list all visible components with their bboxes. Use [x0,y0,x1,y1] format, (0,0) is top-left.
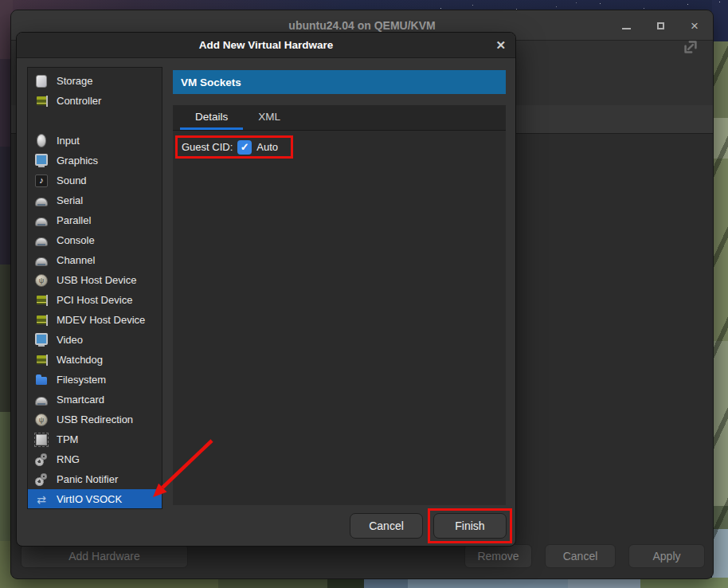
sidebar-item-label: USB Redirection [57,414,133,425]
sidebar-item-label: Parallel [57,214,91,226]
panel-header: VM Sockets [173,70,506,94]
sidebar-item-usb-host-device[interactable]: USB Host Device [28,270,162,290]
sidebar-item-label: Panic Notifier [57,473,118,485]
usb-icon [35,414,48,426]
gear-icon [35,473,48,486]
sidebar-item-label: PCI Host Device [57,294,132,306]
port-device-icon [35,214,48,227]
sidebar-item-label: RNG [57,453,80,465]
add-hardware-dialog: Add New Virtual Hardware ✕ StorageContro… [16,32,516,547]
sidebar-item-video[interactable]: Video [28,330,162,350]
gear-icon [35,453,48,466]
sidebar-item-label: Watchdog [57,354,103,366]
pci-card-icon [35,314,48,327]
sidebar-item-sound[interactable]: Sound [28,171,162,190]
port-device-icon [35,234,48,247]
mouse-icon [35,135,48,147]
sidebar-item-filesystem[interactable]: Filesystem [28,370,162,390]
sidebar-item-mdev-host-device[interactable]: MDEV Host Device [28,310,162,330]
sidebar-item-usb-redirection[interactable]: USB Redirection [28,410,162,429]
sidebar-item-label: Console [57,234,95,246]
port-device-icon [35,254,48,267]
monitor-icon [35,155,48,167]
disk-icon [35,75,48,88]
chip-icon [35,433,48,446]
sidebar-item-controller[interactable]: Controller [28,91,162,111]
sidebar-item-label: Channel [57,254,95,266]
vm-window-title: ubuntu24.04 on QEMU/KVM [288,19,435,32]
vsock-arrows-icon [35,493,48,506]
sidebar-item-channel[interactable]: Channel [28,250,162,270]
guest-cid-label: Guest CID: [182,141,233,153]
tab-details[interactable]: Details [180,105,243,130]
wallpaper-right-strip [712,0,728,588]
sidebar-item-parallel[interactable]: Parallel [28,210,162,230]
sidebar-item-label: Controller [57,95,101,107]
dialog-cancel-button[interactable]: Cancel [350,513,423,539]
vm-cancel-button[interactable]: Cancel [545,544,616,568]
panel-tabbar: Details XML [173,105,506,131]
sidebar-item-graphics[interactable]: Graphics [28,151,162,171]
port-device-icon [35,194,48,207]
details-pane [173,131,506,505]
dialog-titlebar[interactable]: Add New Virtual Hardware ✕ [17,33,515,58]
wallpaper-stars [719,2,720,2]
speaker-icon [35,174,48,187]
sidebar-item-spacer [28,111,162,131]
panel-header-label: VM Sockets [181,76,241,88]
sidebar-item-label: Filesystem [57,374,106,386]
pci-card-icon [35,95,48,108]
folder-icon [35,374,48,386]
sidebar-item-pci-host-device[interactable]: PCI Host Device [28,290,162,310]
sidebar-item-label: Sound [57,174,87,186]
pci-card-icon [35,294,48,307]
pci-card-icon [35,354,48,367]
sidebar-item-label: USB Host Device [57,274,136,286]
sidebar-item-label: Graphics [57,155,98,167]
sidebar-item-label: MDEV Host Device [57,314,145,326]
sidebar-item-label: Storage [57,75,93,87]
apply-button[interactable]: Apply [628,544,705,568]
sidebar-item-serial[interactable]: Serial [28,190,162,210]
sidebar-item-label: Video [57,334,83,346]
port-device-icon [35,394,48,406]
sidebar-item-label: Input [57,135,80,147]
sidebar-item-watchdog[interactable]: Watchdog [28,350,162,370]
annotation-arrow [142,433,221,506]
monitor-icon [35,334,48,347]
dialog-title: Add New Virtual Hardware [199,39,334,51]
usb-icon [35,274,48,287]
sidebar-item-console[interactable]: Console [28,230,162,250]
expand-diagonal-icon[interactable] [679,36,702,58]
sidebar-item-label: Smartcard [57,394,104,406]
remove-button[interactable]: Remove [464,544,532,568]
auto-checkbox-label[interactable]: Auto [256,141,278,153]
add-hardware-button[interactable]: Add Hardware [21,544,188,568]
sidebar-item-smartcard[interactable]: Smartcard [28,390,162,410]
minimize-icon[interactable] [617,17,635,34]
finish-annotation-box [428,508,512,543]
guest-cid-annotation-box: Guest CID: Auto [175,135,293,159]
tab-xml[interactable]: XML [243,105,296,130]
sidebar-item-label: VirtIO VSOCK [57,493,122,505]
sidebar-item-label: Serial [57,194,83,206]
auto-checkbox[interactable] [237,140,252,155]
sidebar-item-label: TPM [57,433,78,445]
maximize-icon[interactable] [652,17,669,34]
sidebar-item-input[interactable]: Input [28,131,162,151]
dialog-close-icon[interactable]: ✕ [495,33,506,58]
sidebar-item-storage[interactable]: Storage [28,71,162,91]
close-icon[interactable]: × [686,17,703,34]
